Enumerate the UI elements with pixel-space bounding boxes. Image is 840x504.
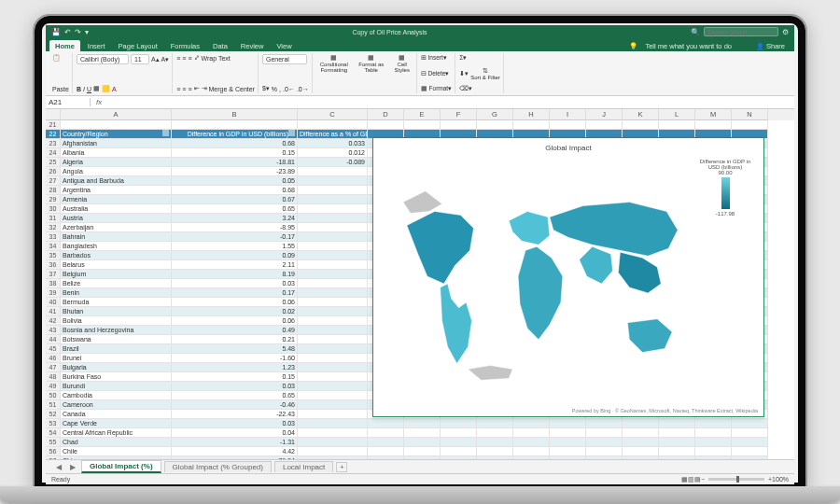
font-color-icon[interactable]: A (112, 86, 117, 92)
chart-global-impact[interactable]: Global Impact Difference in GDP in USD (… (372, 137, 764, 417)
paste-icon[interactable]: 📋 (52, 54, 61, 62)
ribbon-tabs: Home Insert Page Layout Formulas Data Re… (46, 38, 794, 51)
tab-data[interactable]: Data (207, 40, 233, 51)
sheet-tab-0[interactable]: Global Impact (%) (81, 460, 161, 473)
indent-inc-icon[interactable]: ⇥ (202, 85, 207, 92)
world-map (390, 172, 687, 399)
settings-icon[interactable]: ⚙ (782, 28, 789, 36)
tab-prev-icon[interactable]: ◀ (53, 463, 64, 471)
format-cells[interactable]: ▦ Format▾ (421, 85, 452, 92)
merge-center[interactable]: Merge & Center (209, 86, 255, 92)
currency-icon[interactable]: $▾ (262, 85, 270, 92)
align-center-icon[interactable]: ≡ (182, 86, 186, 92)
font-grow-icon[interactable]: A▴ (151, 56, 160, 63)
tab-next-icon[interactable]: ▶ (67, 463, 78, 471)
cell-styles-icon[interactable]: ▦ (391, 54, 413, 62)
bold-icon[interactable]: B (77, 86, 81, 92)
titlebar: 💾 ↶ ↷ ▾ Copy of Oil Price Analysis 🔍 ⚙ (46, 25, 794, 38)
sort-filter-icon[interactable]: ⇅ (470, 67, 500, 75)
col-header[interactable]: J (586, 109, 623, 120)
sheet-tabs: ◀ ▶ Global Impact (%) Global Impact (% G… (46, 459, 794, 473)
autosum-icon[interactable]: Σ▾ (459, 54, 467, 62)
sheet-tab-2[interactable]: Local Impact (274, 461, 333, 472)
col-header[interactable] (46, 109, 61, 120)
fill-color-icon[interactable]: 🟨 (102, 85, 110, 92)
format-table-icon[interactable]: ▦ (357, 54, 385, 62)
orientation-icon[interactable]: ⤢ (194, 54, 200, 62)
name-box-bar: A21 fx (46, 96, 794, 109)
col-header[interactable]: M (695, 109, 732, 120)
underline-icon[interactable]: U (87, 86, 91, 92)
col-header[interactable]: B (172, 109, 298, 120)
col-header[interactable]: K (623, 109, 659, 120)
worksheet-grid[interactable]: ABCDEFGHIJKLMN 2122Country/RegionDiffere… (46, 109, 794, 471)
sheet-tab-1[interactable]: Global Impact (% Grouped) (164, 461, 272, 472)
font-size[interactable]: 11 (131, 54, 149, 64)
qa-icon[interactable]: ▾ (85, 28, 89, 36)
tab-review[interactable]: Review (235, 40, 270, 51)
add-sheet-button[interactable]: + (336, 462, 347, 472)
align-mid-icon[interactable]: ≡ (182, 55, 186, 62)
legend-gradient (721, 177, 730, 209)
chart-attribution: Powered by Bing · © GeoNames, Microsoft,… (572, 408, 758, 413)
tab-insert[interactable]: Insert (82, 40, 111, 51)
col-header[interactable]: A (61, 109, 172, 120)
indent-dec-icon[interactable]: ⇤ (194, 85, 200, 92)
view-page-icon[interactable]: ▥ (688, 476, 694, 483)
align-left-icon[interactable]: ≡ (176, 86, 180, 92)
table-row[interactable]: 53Cape Verde0.03 (46, 419, 794, 428)
font-shrink-icon[interactable]: A▾ (161, 56, 170, 63)
align-bot-icon[interactable]: ≡ (188, 55, 191, 62)
paste-label: Paste (52, 86, 69, 92)
border-icon[interactable]: ▦ (93, 85, 100, 92)
undo-icon[interactable]: ↶ (64, 28, 71, 36)
italic-icon[interactable]: I (83, 86, 85, 92)
wrap-text[interactable]: Wrap Text (202, 55, 231, 62)
font-select[interactable]: Calibri (Body) (77, 54, 129, 64)
fx-icon[interactable]: fx (91, 98, 107, 106)
chart-legend: Difference in GDP in USD (billions) 90.0… (696, 159, 754, 217)
zoom-out[interactable]: − (701, 476, 705, 483)
col-header[interactable]: I (550, 109, 586, 120)
tell-me[interactable]: 💡 Tell me what you want to do (623, 40, 743, 51)
align-right-icon[interactable]: ≡ (188, 86, 191, 92)
number-format[interactable]: General (262, 54, 307, 64)
name-box[interactable]: A21 (46, 98, 91, 106)
clear-icon[interactable]: ⌫▾ (459, 85, 472, 92)
tab-view[interactable]: View (271, 40, 297, 51)
zoom-slider[interactable] (708, 478, 764, 481)
tab-home[interactable]: Home (49, 40, 80, 51)
delete-cells[interactable]: ⊟ Delete▾ (421, 70, 450, 77)
cond-format-icon[interactable]: ▦ (316, 54, 352, 62)
col-header[interactable]: N (732, 109, 768, 120)
view-break-icon[interactable]: ▤ (694, 476, 701, 483)
status-ready: Ready (51, 476, 70, 483)
tab-formulas[interactable]: Formulas (165, 40, 205, 51)
share-button[interactable]: Share (750, 40, 791, 51)
col-header[interactable]: L (659, 109, 695, 120)
col-header[interactable]: G (477, 109, 513, 120)
insert-cells[interactable]: ⊞ Insert▾ (421, 54, 447, 62)
col-header[interactable]: F (441, 109, 477, 120)
col-header[interactable]: E (404, 109, 441, 120)
col-header[interactable]: D (368, 109, 404, 120)
view-normal-icon[interactable]: ▦ (681, 476, 688, 483)
col-header[interactable]: H (513, 109, 550, 120)
zoom-level[interactable]: 100% (772, 476, 789, 483)
save-icon[interactable]: 💾 (51, 28, 61, 36)
fill-icon[interactable]: ⬇▾ (459, 70, 469, 77)
comma-icon[interactable]: , (279, 86, 281, 92)
table-row[interactable]: 54Central African Republic0.04 (46, 428, 794, 438)
table-row[interactable]: 56Chile4.42 (46, 447, 794, 456)
search-input[interactable] (704, 27, 778, 36)
table-row[interactable]: 55Chad-1.31 (46, 438, 794, 447)
chart-title: Global Impact (379, 144, 758, 152)
search-icon[interactable]: 🔍 (691, 28, 700, 36)
dec-dec-icon[interactable]: .0→ (297, 86, 309, 92)
align-top-icon[interactable]: ≡ (176, 55, 180, 62)
percent-icon[interactable]: % (272, 86, 277, 92)
redo-icon[interactable]: ↷ (75, 28, 81, 36)
dec-inc-icon[interactable]: .0← (283, 86, 295, 92)
tab-page-layout[interactable]: Page Layout (113, 40, 163, 51)
col-header[interactable]: C (298, 109, 368, 120)
